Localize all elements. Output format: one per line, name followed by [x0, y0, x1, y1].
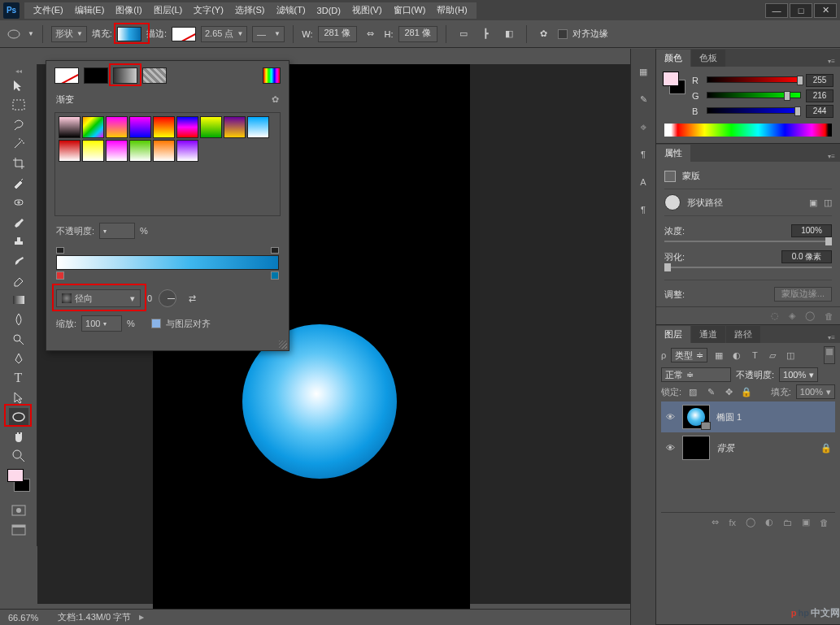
styles-panel-icon[interactable]: ¶ — [635, 202, 651, 218]
angle-dial[interactable] — [159, 289, 176, 307]
align-layer-checkbox[interactable] — [151, 319, 161, 328]
zoom-readout[interactable]: 66.67% — [8, 613, 38, 623]
menu-window[interactable]: 窗口(W) — [388, 2, 432, 18]
dodge-tool[interactable] — [9, 330, 28, 348]
scale-input[interactable]: 100▾ — [81, 315, 122, 332]
filter-smart-icon[interactable]: ◫ — [784, 349, 797, 362]
clone-panel-icon[interactable]: ⎆ — [635, 119, 651, 135]
layer-thumb[interactable] — [682, 405, 710, 429]
fill-gradient-option[interactable] — [113, 67, 137, 84]
layer-opacity-input[interactable]: 100%▾ — [779, 367, 818, 382]
character-panel-icon[interactable]: A — [635, 174, 651, 190]
filter-type-icon[interactable]: T — [748, 349, 761, 362]
g-value[interactable]: 216 — [806, 89, 833, 102]
stroke-style-dropdown[interactable]: —▼ — [252, 26, 285, 42]
menu-image[interactable]: 图像(I) — [110, 2, 147, 18]
link-icon[interactable]: ⇔ — [362, 25, 380, 43]
ellipse-tool[interactable] — [9, 408, 28, 426]
layer-fill-input[interactable]: 100%▾ — [796, 384, 835, 399]
reverse-icon[interactable]: ⇄ — [183, 289, 201, 307]
brush-panel-icon[interactable]: ✎ — [635, 91, 651, 107]
heal-tool[interactable] — [9, 193, 28, 211]
stroke-swatch[interactable] — [172, 27, 196, 41]
tab-channels[interactable]: 通道 — [691, 326, 725, 343]
menu-filter[interactable]: 滤镜(T) — [271, 2, 311, 18]
resize-grip[interactable] — [279, 341, 287, 349]
panel-menu-icon[interactable]: ▾≡ — [823, 332, 840, 343]
screenmode-icon[interactable] — [9, 521, 28, 539]
fill-solid-option[interactable] — [84, 67, 108, 84]
align-edges-checkbox[interactable] — [558, 29, 568, 39]
layer-name[interactable]: 背景 — [716, 442, 734, 454]
fx-icon[interactable]: fx — [729, 518, 736, 527]
close-button[interactable]: ✕ — [814, 3, 837, 18]
collapse-icon[interactable]: ◂◂ — [0, 67, 37, 76]
width-input[interactable]: 281 像 — [318, 26, 357, 42]
shape-mode-dropdown[interactable]: 形状 ▼ — [51, 26, 87, 42]
zoom-tool[interactable] — [9, 447, 28, 465]
menu-view[interactable]: 视图(V) — [346, 2, 388, 18]
eyedropper-tool[interactable] — [9, 174, 28, 192]
fill-none-option[interactable] — [54, 67, 79, 84]
mask-edge-button[interactable]: 蒙版边缘... — [774, 287, 832, 302]
type-tool[interactable]: T — [9, 369, 28, 387]
new-layer-icon[interactable]: ▣ — [802, 517, 810, 527]
maximize-button[interactable]: □ — [790, 3, 812, 18]
menu-3d[interactable]: 3D(D) — [311, 4, 346, 17]
feather-slider[interactable] — [664, 267, 832, 268]
apply-mask-icon[interactable]: ◈ — [789, 310, 795, 321]
filter-pixel-icon[interactable]: ▦ — [712, 349, 725, 362]
filter-kind-dropdown[interactable]: 类型≑ — [671, 348, 707, 362]
path-arrange-icon[interactable]: ◧ — [500, 25, 518, 43]
menu-file[interactable]: 文件(E) — [28, 2, 69, 18]
stamp-tool[interactable] — [9, 232, 28, 250]
g-slider[interactable] — [707, 92, 801, 100]
adjustment-icon[interactable]: ◐ — [765, 517, 773, 527]
height-input[interactable]: 281 像 — [398, 26, 437, 42]
marquee-tool[interactable] — [9, 96, 28, 114]
group-icon[interactable]: 🗀 — [783, 518, 792, 527]
lock-paint-icon[interactable]: ✎ — [704, 385, 717, 398]
filter-adjust-icon[interactable]: ◐ — [730, 349, 743, 362]
eraser-tool[interactable] — [9, 271, 28, 289]
feather-value[interactable]: 0.0 像素 — [781, 250, 832, 263]
chevron-down-icon[interactable]: ▼ — [28, 30, 34, 37]
quickmask-icon[interactable] — [9, 501, 28, 519]
lock-all-icon[interactable]: 🔒 — [740, 385, 753, 398]
layer-thumb[interactable] — [682, 436, 710, 460]
disable-mask-icon[interactable]: ◯ — [805, 310, 815, 321]
path-align-icon[interactable]: ┣ — [477, 25, 495, 43]
layer-item-ellipse[interactable]: 👁 椭圆 1 — [661, 401, 835, 432]
tab-swatches[interactable]: 色板 — [691, 50, 725, 67]
foreground-background-colors[interactable] — [6, 469, 32, 492]
path-select-tool[interactable] — [9, 388, 28, 406]
gradient-type-dropdown[interactable]: 径向 ▾ — [56, 289, 141, 307]
r-value[interactable]: 255 — [806, 74, 833, 87]
tab-color[interactable]: 颜色 — [656, 50, 690, 67]
menu-type[interactable]: 文字(Y) — [188, 2, 229, 18]
b-value[interactable]: 244 — [806, 105, 833, 118]
lasso-tool[interactable] — [9, 115, 28, 133]
move-tool[interactable] — [9, 76, 28, 94]
vector-mask-icon[interactable]: ◫ — [824, 197, 832, 208]
fg-bg-swatch[interactable] — [663, 72, 685, 94]
link-layers-icon[interactable]: ⇔ — [712, 517, 719, 527]
r-slider[interactable] — [707, 76, 801, 85]
filter-toggle[interactable] — [824, 346, 835, 364]
menu-help[interactable]: 帮助(H) — [431, 2, 472, 18]
tab-properties[interactable]: 属性 — [656, 145, 690, 162]
mask-icon[interactable]: ◯ — [746, 517, 755, 527]
panel-menu-icon[interactable]: ▾≡ — [823, 56, 840, 67]
gear-icon[interactable]: ✿ — [272, 94, 279, 105]
path-ops-icon[interactable]: ▭ — [455, 25, 472, 43]
load-sel-icon[interactable]: ◌ — [771, 310, 779, 321]
info-chevron-icon[interactable]: ▶ — [139, 614, 144, 621]
history-brush-tool[interactable] — [9, 252, 28, 270]
visibility-icon[interactable]: 👁 — [664, 443, 676, 453]
fill-swatch[interactable] — [117, 27, 141, 41]
pen-tool[interactable] — [9, 349, 28, 367]
gradient-presets[interactable] — [54, 112, 281, 216]
color-picker-icon[interactable] — [263, 67, 281, 84]
panel-menu-icon[interactable]: ▾≡ — [823, 151, 840, 162]
crop-tool[interactable] — [9, 154, 28, 172]
